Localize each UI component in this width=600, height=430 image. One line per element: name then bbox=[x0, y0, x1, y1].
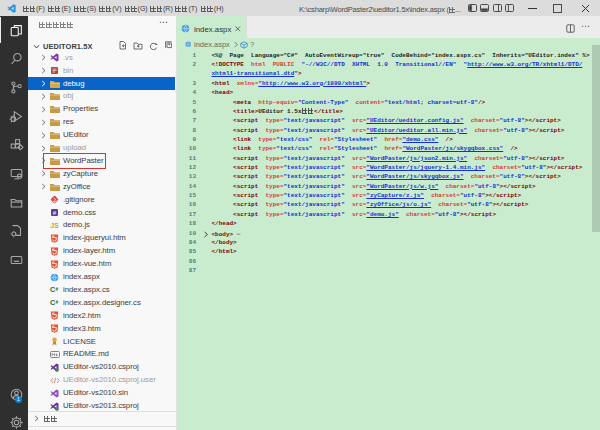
svg-text:C: C bbox=[50, 298, 55, 307]
svg-text:#: # bbox=[56, 287, 59, 292]
svg-text:JS: JS bbox=[51, 222, 59, 229]
svg-text:#: # bbox=[56, 300, 59, 305]
svg-text:C: C bbox=[50, 286, 55, 295]
